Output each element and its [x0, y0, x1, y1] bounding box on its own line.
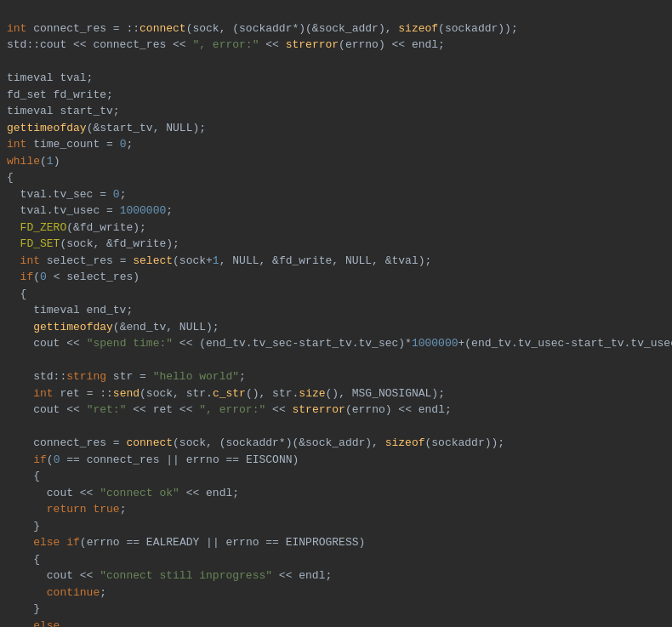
code-block: int connect_res = ::connect(sock, (socka… [0, 0, 672, 627]
